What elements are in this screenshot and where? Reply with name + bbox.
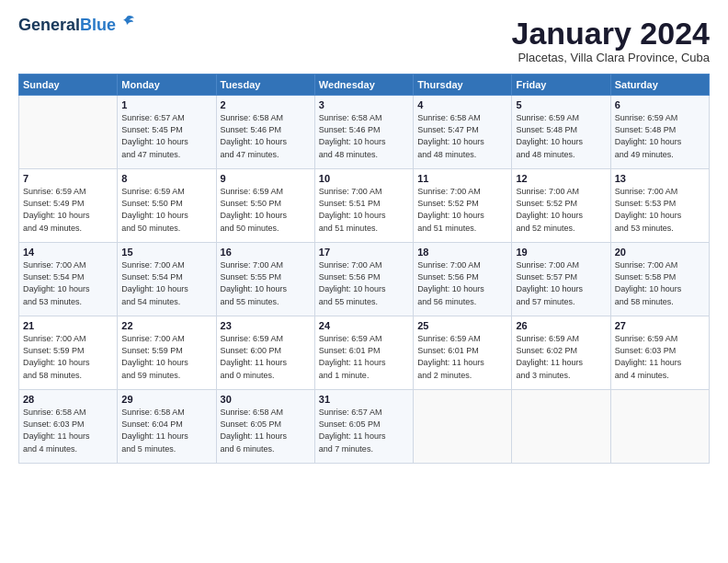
logo: GeneralBlue: [18, 17, 136, 35]
day-info: Sunrise: 7:00 AMSunset: 5:51 PMDaylight:…: [319, 186, 409, 234]
calendar-cell: 17Sunrise: 7:00 AMSunset: 5:56 PMDayligh…: [314, 243, 413, 316]
col-header-friday: Friday: [512, 75, 610, 96]
calendar-cell: 13Sunrise: 7:00 AMSunset: 5:53 PMDayligh…: [610, 169, 709, 243]
day-info: Sunrise: 6:59 AMSunset: 5:50 PMDaylight:…: [221, 186, 311, 234]
calendar-cell: 11Sunrise: 7:00 AMSunset: 5:52 PMDayligh…: [414, 169, 512, 243]
day-number: 5: [516, 99, 606, 110]
col-header-tuesday: Tuesday: [216, 75, 314, 96]
day-number: 10: [319, 173, 409, 184]
day-number: 30: [221, 394, 311, 405]
calendar-week-row: 1Sunrise: 6:57 AMSunset: 5:45 PMDaylight…: [19, 96, 710, 169]
calendar-cell: 20Sunrise: 7:00 AMSunset: 5:58 PMDayligh…: [610, 243, 709, 316]
month-title: January 2024: [512, 17, 711, 51]
day-number: 11: [417, 173, 507, 184]
day-number: 21: [23, 320, 113, 331]
calendar-cell: 1Sunrise: 6:57 AMSunset: 5:45 PMDaylight…: [118, 96, 216, 169]
calendar-cell: 16Sunrise: 7:00 AMSunset: 5:55 PMDayligh…: [216, 243, 314, 316]
day-info: Sunrise: 7:00 AMSunset: 5:54 PMDaylight:…: [23, 259, 113, 307]
calendar-week-row: 28Sunrise: 6:58 AMSunset: 6:03 PMDayligh…: [19, 390, 710, 464]
day-info: Sunrise: 6:59 AMSunset: 5:48 PMDaylight:…: [516, 112, 606, 160]
day-info: Sunrise: 6:58 AMSunset: 6:04 PMDaylight:…: [121, 407, 211, 454]
calendar-cell: [512, 390, 610, 464]
calendar-page: GeneralBlue January 2024 Placetas, Villa…: [0, 0, 728, 563]
calendar-week-row: 7Sunrise: 6:59 AMSunset: 5:49 PMDaylight…: [19, 169, 710, 243]
col-header-thursday: Thursday: [414, 75, 512, 96]
logo-text: GeneralBlue: [18, 17, 116, 35]
calendar-cell: [610, 390, 709, 464]
day-info: Sunrise: 6:57 AMSunset: 5:45 PMDaylight:…: [121, 112, 211, 160]
day-number: 19: [516, 247, 606, 258]
calendar-week-row: 14Sunrise: 7:00 AMSunset: 5:54 PMDayligh…: [19, 243, 710, 316]
col-header-sunday: Sunday: [19, 75, 118, 96]
day-number: 7: [23, 173, 113, 184]
day-number: 27: [615, 320, 705, 331]
day-info: Sunrise: 6:58 AMSunset: 5:46 PMDaylight:…: [221, 112, 311, 160]
day-info: Sunrise: 7:00 AMSunset: 5:57 PMDaylight:…: [516, 259, 606, 307]
day-number: 25: [417, 320, 507, 331]
day-number: 6: [615, 99, 705, 110]
calendar-cell: 26Sunrise: 6:59 AMSunset: 6:02 PMDayligh…: [512, 316, 610, 390]
calendar-cell: 23Sunrise: 6:59 AMSunset: 6:00 PMDayligh…: [216, 316, 314, 390]
day-info: Sunrise: 6:58 AMSunset: 6:05 PMDaylight:…: [221, 407, 311, 454]
calendar-cell: 5Sunrise: 6:59 AMSunset: 5:48 PMDaylight…: [512, 96, 610, 169]
day-info: Sunrise: 6:59 AMSunset: 6:01 PMDaylight:…: [319, 333, 409, 381]
calendar-cell: 4Sunrise: 6:58 AMSunset: 5:47 PMDaylight…: [414, 96, 512, 169]
day-number: 14: [23, 247, 113, 258]
day-info: Sunrise: 6:57 AMSunset: 6:05 PMDaylight:…: [319, 407, 409, 454]
day-info: Sunrise: 6:58 AMSunset: 6:03 PMDaylight:…: [23, 407, 113, 454]
calendar-cell: 9Sunrise: 6:59 AMSunset: 5:50 PMDaylight…: [216, 169, 314, 243]
day-number: 23: [221, 320, 311, 331]
day-info: Sunrise: 7:00 AMSunset: 5:52 PMDaylight:…: [516, 186, 606, 234]
calendar-cell: 8Sunrise: 6:59 AMSunset: 5:50 PMDaylight…: [118, 169, 216, 243]
calendar-table: SundayMondayTuesdayWednesdayThursdayFrid…: [18, 74, 710, 464]
calendar-week-row: 21Sunrise: 7:00 AMSunset: 5:59 PMDayligh…: [19, 316, 710, 390]
calendar-cell: 25Sunrise: 6:59 AMSunset: 6:01 PMDayligh…: [414, 316, 512, 390]
location-subtitle: Placetas, Villa Clara Province, Cuba: [512, 51, 711, 64]
day-number: 1: [121, 99, 211, 110]
calendar-cell: 14Sunrise: 7:00 AMSunset: 5:54 PMDayligh…: [19, 243, 118, 316]
calendar-cell: 30Sunrise: 6:58 AMSunset: 6:05 PMDayligh…: [216, 390, 314, 464]
title-block: January 2024 Placetas, Villa Clara Provi…: [512, 17, 711, 64]
day-info: Sunrise: 7:00 AMSunset: 5:56 PMDaylight:…: [417, 259, 507, 307]
calendar-cell: 7Sunrise: 6:59 AMSunset: 5:49 PMDaylight…: [19, 169, 118, 243]
day-number: 3: [319, 99, 409, 110]
calendar-cell: 3Sunrise: 6:58 AMSunset: 5:46 PMDaylight…: [314, 96, 413, 169]
calendar-cell: 2Sunrise: 6:58 AMSunset: 5:46 PMDaylight…: [216, 96, 314, 169]
calendar-cell: 6Sunrise: 6:59 AMSunset: 5:48 PMDaylight…: [610, 96, 709, 169]
calendar-cell: 28Sunrise: 6:58 AMSunset: 6:03 PMDayligh…: [19, 390, 118, 464]
day-number: 26: [516, 320, 606, 331]
day-info: Sunrise: 6:58 AMSunset: 5:47 PMDaylight:…: [417, 112, 507, 160]
calendar-cell: 31Sunrise: 6:57 AMSunset: 6:05 PMDayligh…: [314, 390, 413, 464]
day-number: 16: [221, 247, 311, 258]
logo-bird-icon: [118, 13, 136, 31]
calendar-cell: 24Sunrise: 6:59 AMSunset: 6:01 PMDayligh…: [314, 316, 413, 390]
calendar-cell: 18Sunrise: 7:00 AMSunset: 5:56 PMDayligh…: [414, 243, 512, 316]
calendar-cell: 21Sunrise: 7:00 AMSunset: 5:59 PMDayligh…: [19, 316, 118, 390]
day-number: 17: [319, 247, 409, 258]
day-info: Sunrise: 6:59 AMSunset: 5:50 PMDaylight:…: [121, 186, 211, 234]
day-number: 20: [615, 247, 705, 258]
logo-general: General: [18, 16, 80, 34]
logo-blue: Blue: [80, 16, 116, 34]
day-info: Sunrise: 7:00 AMSunset: 5:58 PMDaylight:…: [615, 259, 705, 307]
day-number: 12: [516, 173, 606, 184]
calendar-cell: 29Sunrise: 6:58 AMSunset: 6:04 PMDayligh…: [118, 390, 216, 464]
day-info: Sunrise: 7:00 AMSunset: 5:59 PMDaylight:…: [23, 333, 113, 381]
day-number: 8: [121, 173, 211, 184]
calendar-header-row: SundayMondayTuesdayWednesdayThursdayFrid…: [19, 75, 710, 96]
day-info: Sunrise: 6:59 AMSunset: 6:01 PMDaylight:…: [417, 333, 507, 381]
day-number: 18: [417, 247, 507, 258]
day-info: Sunrise: 6:59 AMSunset: 5:49 PMDaylight:…: [23, 186, 113, 234]
day-info: Sunrise: 7:00 AMSunset: 5:53 PMDaylight:…: [615, 186, 705, 234]
day-number: 9: [221, 173, 311, 184]
day-number: 24: [319, 320, 409, 331]
calendar-cell: 15Sunrise: 7:00 AMSunset: 5:54 PMDayligh…: [118, 243, 216, 316]
col-header-monday: Monday: [118, 75, 216, 96]
day-number: 31: [319, 394, 409, 405]
calendar-cell: [19, 96, 118, 169]
calendar-cell: 22Sunrise: 7:00 AMSunset: 5:59 PMDayligh…: [118, 316, 216, 390]
day-info: Sunrise: 7:00 AMSunset: 5:55 PMDaylight:…: [221, 259, 311, 307]
day-number: 15: [121, 247, 211, 258]
calendar-cell: [414, 390, 512, 464]
day-info: Sunrise: 7:00 AMSunset: 5:56 PMDaylight:…: [319, 259, 409, 307]
